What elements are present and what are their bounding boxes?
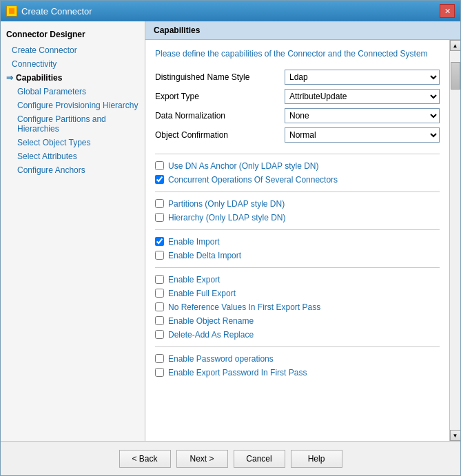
back-button[interactable]: < Back <box>119 450 171 468</box>
sidebar-item-global-parameters[interactable]: Global Parameters <box>1 85 145 99</box>
use-dn-anchor-checkbox[interactable] <box>155 161 164 170</box>
sidebar-item-configure-provisioning[interactable]: Configure Provisioning Hierarchy <box>1 99 145 112</box>
sidebar-item-select-object-types[interactable]: Select Object Types <box>1 136 145 149</box>
data-norm-label: Data Normalization <box>155 108 279 123</box>
title-controls: ✕ <box>440 4 455 18</box>
checkbox-partitions: Partitions (Only LDAP style DN) <box>155 199 440 209</box>
checkbox-enable-object-rename: Enable Object Rename <box>155 316 440 326</box>
scrollbar[interactable]: ▲ ▼ <box>449 40 460 441</box>
data-norm-select[interactable]: None LowerCase UpperCase <box>285 108 440 123</box>
divider-5 <box>155 346 440 347</box>
divider-1 <box>155 154 440 154</box>
divider-2 <box>155 192 440 192</box>
title-bar-left: Create Connector <box>6 6 92 17</box>
arrow-icon: ⇒ <box>6 73 13 83</box>
content-area: Connector Designer Create Connector Conn… <box>1 21 460 441</box>
checkbox-group-1: Use DN As Anchor (Only LDAP style DN) Co… <box>155 161 440 185</box>
enable-delta-import-label[interactable]: Enable Delta Import <box>168 251 241 260</box>
enable-import-checkbox[interactable] <box>155 237 164 246</box>
next-button[interactable]: Next > <box>176 450 228 468</box>
no-ref-values-checkbox[interactable] <box>155 302 164 311</box>
dn-style-select[interactable]: Ldap None Generic <box>285 70 440 85</box>
obj-confirm-select[interactable]: Normal NoAddAndDeleteConfirmation NoDele… <box>285 127 440 143</box>
checkbox-enable-delta-import: Enable Delta Import <box>155 251 440 260</box>
enable-import-label[interactable]: Enable Import <box>168 237 220 247</box>
checkbox-group-2: Partitions (Only LDAP style DN) Hierarch… <box>155 199 440 223</box>
checkbox-group-3: Enable Import Enable Delta Import <box>155 237 440 260</box>
sidebar-item-connectivity[interactable]: Connectivity <box>1 57 145 71</box>
hierarchy-checkbox[interactable] <box>155 213 164 222</box>
title-bar: Create Connector ✕ <box>1 1 460 21</box>
checkbox-group-5: Enable Password operations Enable Export… <box>155 354 440 377</box>
close-button[interactable]: ✕ <box>440 4 455 18</box>
sidebar-item-configure-anchors[interactable]: Configure Anchors <box>1 163 145 177</box>
partitions-label[interactable]: Partitions (Only LDAP style DN) <box>168 199 285 209</box>
checkbox-group-4: Enable Export Enable Full Export No Refe… <box>155 275 440 340</box>
hierarchy-label[interactable]: Hierarchy (Only LDAP style DN) <box>168 213 285 223</box>
partitions-checkbox[interactable] <box>155 199 164 208</box>
checkbox-delete-add-replace: Delete-Add As Replace <box>155 330 440 340</box>
enable-obj-rename-checkbox[interactable] <box>155 316 164 325</box>
delete-add-replace-label[interactable]: Delete-Add As Replace <box>168 330 254 340</box>
sidebar-item-configure-partitions[interactable]: Configure Partitions and Hierarchies <box>1 112 145 136</box>
enable-pwd-ops-label[interactable]: Enable Password operations <box>168 354 274 364</box>
concurrent-ops-label[interactable]: Concurrent Operations Of Several Connect… <box>168 175 338 185</box>
sidebar: Connector Designer Create Connector Conn… <box>1 21 145 441</box>
checkbox-enable-full-export: Enable Full Export <box>155 289 440 298</box>
help-button[interactable]: Help <box>291 450 342 468</box>
description-text: Please define the capabilities of the Co… <box>155 48 440 60</box>
scroll-up-button[interactable]: ▲ <box>450 40 461 51</box>
divider-3 <box>155 229 440 230</box>
sidebar-item-select-attributes[interactable]: Select Attributes <box>1 149 145 163</box>
obj-confirm-label: Object Confirmation <box>155 127 279 143</box>
window-title: Create Connector <box>21 6 92 17</box>
enable-full-export-checkbox[interactable] <box>155 289 164 298</box>
enable-export-pwd-label[interactable]: Enable Export Password In First Pass <box>168 368 307 377</box>
checkbox-concurrent-ops: Concurrent Operations Of Several Connect… <box>155 175 440 185</box>
main-panel: Capabilities Please define the capabilit… <box>145 21 460 441</box>
sidebar-item-capabilities[interactable]: ⇒ Capabilities <box>1 71 145 85</box>
app-icon <box>6 6 17 17</box>
checkbox-enable-password-ops: Enable Password operations <box>155 354 440 364</box>
panel-content: Please define the capabilities of the Co… <box>145 40 449 441</box>
enable-export-label[interactable]: Enable Export <box>168 275 220 284</box>
enable-pwd-ops-checkbox[interactable] <box>155 354 164 363</box>
enable-export-checkbox[interactable] <box>155 275 164 284</box>
enable-obj-rename-label[interactable]: Enable Object Rename <box>168 316 254 326</box>
export-type-select[interactable]: AttributeUpdate ObjectReplace <box>285 89 440 104</box>
svg-rect-1 <box>9 8 14 14</box>
sidebar-item-create-connector[interactable]: Create Connector <box>1 43 145 57</box>
checkbox-use-dn-anchor: Use DN As Anchor (Only LDAP style DN) <box>155 161 440 171</box>
cancel-button[interactable]: Cancel <box>234 450 285 468</box>
bottom-bar: < Back Next > Cancel Help <box>1 441 460 475</box>
checkbox-enable-export: Enable Export <box>155 275 440 284</box>
dn-style-label: Distinguished Name Style <box>155 70 279 85</box>
checkbox-no-reference: No Reference Values In First Export Pass <box>155 302 440 312</box>
checkbox-enable-import: Enable Import <box>155 237 440 247</box>
scroll-thumb[interactable] <box>451 62 460 90</box>
scroll-down-button[interactable]: ▼ <box>450 430 461 441</box>
no-ref-values-label[interactable]: No Reference Values In First Export Pass <box>168 302 320 312</box>
main-window: Create Connector ✕ Connector Designer Cr… <box>0 0 461 476</box>
delete-add-replace-checkbox[interactable] <box>155 330 164 339</box>
checkbox-hierarchy: Hierarchy (Only LDAP style DN) <box>155 213 440 223</box>
divider-4 <box>155 267 440 268</box>
checkbox-enable-export-pwd: Enable Export Password In First Pass <box>155 368 440 377</box>
use-dn-anchor-label[interactable]: Use DN As Anchor (Only LDAP style DN) <box>168 161 319 171</box>
enable-export-pwd-checkbox[interactable] <box>155 368 164 377</box>
concurrent-ops-checkbox[interactable] <box>155 175 164 184</box>
form-grid: Distinguished Name Style Ldap None Gener… <box>155 70 440 143</box>
export-type-label: Export Type <box>155 89 279 104</box>
enable-delta-import-checkbox[interactable] <box>155 251 164 260</box>
sidebar-header: Connector Designer <box>1 27 145 43</box>
panel-header: Capabilities <box>145 21 460 40</box>
enable-full-export-label[interactable]: Enable Full Export <box>168 289 236 298</box>
